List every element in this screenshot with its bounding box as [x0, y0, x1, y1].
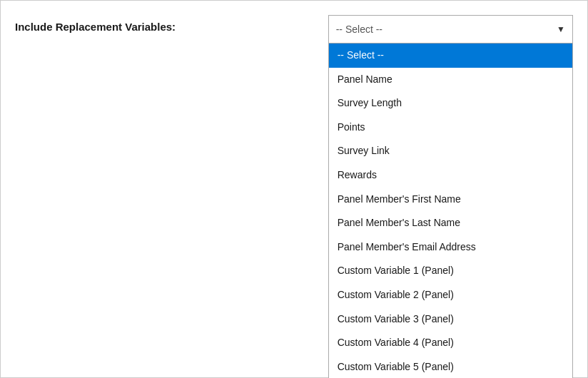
- dropdown-item-pm-last-name[interactable]: Panel Member's Last Name: [329, 211, 572, 235]
- dropdown-item-rewards[interactable]: Rewards: [329, 163, 572, 188]
- dropdown-item-cv1[interactable]: Custom Variable 1 (Panel): [329, 259, 572, 283]
- select-trigger-text: -- Select --: [336, 24, 382, 35]
- dropdown-item-points[interactable]: Points: [329, 116, 572, 140]
- page-container: Include Replacement Variables: -- Select…: [0, 0, 588, 378]
- left-section: Include Replacement Variables:: [15, 15, 328, 33]
- dropdown-item-cv2[interactable]: Custom Variable 2 (Panel): [329, 283, 572, 307]
- dropdown-item-pm-first-name[interactable]: Panel Member's First Name: [329, 188, 572, 212]
- dropdown-item-select[interactable]: -- Select --: [329, 44, 572, 68]
- dropdown-item-panel-name[interactable]: Panel Name: [329, 68, 572, 92]
- right-section: -- Select -- ▼ -- Select --Panel NameSur…: [328, 15, 573, 44]
- dropdown-item-survey-link[interactable]: Survey Link: [329, 139, 572, 163]
- dropdown-item-cv3[interactable]: Custom Variable 3 (Panel): [329, 307, 572, 332]
- dropdown-item-pm-email[interactable]: Panel Member's Email Address: [329, 235, 572, 260]
- select-trigger[interactable]: -- Select -- ▼: [328, 15, 573, 44]
- dropdown-list: -- Select --Panel NameSurvey LengthPoint…: [328, 44, 573, 378]
- chevron-down-icon: ▼: [557, 24, 565, 34]
- dropdown-item-survey-length[interactable]: Survey Length: [329, 91, 572, 116]
- include-replacement-variables-label: Include Replacement Variables:: [15, 21, 176, 33]
- dropdown-item-cv5[interactable]: Custom Variable 5 (Panel): [329, 355, 572, 378]
- dropdown-item-cv4[interactable]: Custom Variable 4 (Panel): [329, 331, 572, 355]
